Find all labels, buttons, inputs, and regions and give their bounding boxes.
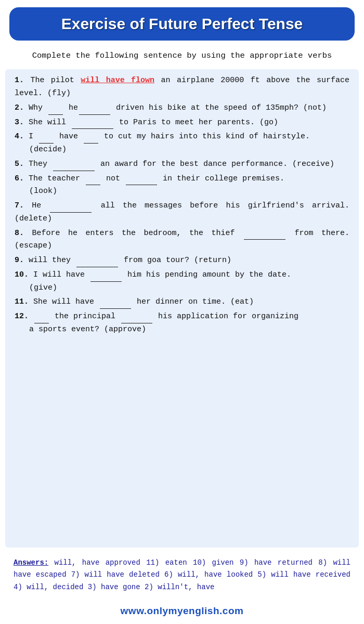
q12-continue: a sports event? (approve) [15, 323, 349, 336]
q10-continue: (give) [15, 282, 349, 295]
q4-num: 4. [15, 132, 24, 141]
question-2: 2. Why he driven his bike at the speed o… [15, 102, 349, 115]
footer-url: www.onlymyenglish.com [0, 600, 364, 624]
q2-blank1 [48, 107, 63, 115]
q6-blank1 [86, 177, 100, 185]
q12-blank2 [121, 316, 152, 323]
question-8: 8. Before he enters the bedroom, the thi… [15, 227, 349, 253]
question-5: 5. They an award for the best dance perf… [15, 158, 349, 171]
q1-num: 1. [15, 76, 24, 85]
q12-blank1 [34, 316, 49, 323]
q7-num: 7. [15, 201, 24, 210]
q5-blank [53, 163, 95, 171]
exercise-area: 1. The pilot will have flown an airplane… [5, 69, 359, 547]
subtitle-text: Complete the following sentence by using… [9, 50, 355, 62]
answers-text: will, have approved 11) eaten 10) given … [14, 558, 350, 592]
question-10: 10. I will have him his pending amount b… [15, 269, 349, 295]
page-title: Exercise of Future Perfect Tense [22, 15, 342, 33]
q10-num: 10. [15, 270, 29, 279]
q1-example-answer: will have flown [81, 76, 154, 85]
question-7: 7. He all the messages before his girlfr… [15, 200, 349, 226]
q12-num: 12. [15, 312, 29, 321]
question-4: 4. I have to cut my hairs into this kind… [15, 131, 349, 157]
q11-blank [100, 301, 131, 309]
question-6: 6. The teacher not in their college prem… [15, 173, 349, 199]
question-9: 9. will they from goa tour? (return) [15, 254, 349, 267]
answers-label: Answers: [14, 558, 48, 567]
q11-num: 11. [15, 297, 29, 306]
question-3: 3. She will to Paris to meet her parents… [15, 116, 349, 129]
q5-num: 5. [15, 160, 24, 168]
q6-continue: (look) [15, 185, 349, 198]
q3-num: 3. [15, 118, 24, 127]
q10-blank [90, 274, 122, 282]
q9-blank [76, 259, 118, 267]
q4-continue: (decide) [15, 144, 349, 157]
answers-section: Answers: will, have approved 11) eaten 1… [5, 553, 359, 598]
q8-num: 8. [15, 229, 24, 238]
q3-blank [72, 121, 113, 129]
q6-num: 6. [15, 174, 24, 183]
q2-blank2 [79, 107, 110, 115]
question-12: 12. the principal his application for or… [15, 310, 349, 336]
q6-blank2 [126, 177, 157, 185]
q7-blank [50, 205, 92, 213]
header-banner: Exercise of Future Perfect Tense [9, 7, 355, 41]
question-1: 1. The pilot will have flown an airplane… [15, 74, 349, 100]
q8-blank [244, 232, 285, 240]
q4-blank1 [39, 136, 54, 144]
q4-blank2 [84, 136, 98, 144]
q9-num: 9. [15, 256, 24, 265]
question-11: 11. She will have her dinner on time. (e… [15, 296, 349, 309]
q2-num: 2. [15, 103, 24, 112]
